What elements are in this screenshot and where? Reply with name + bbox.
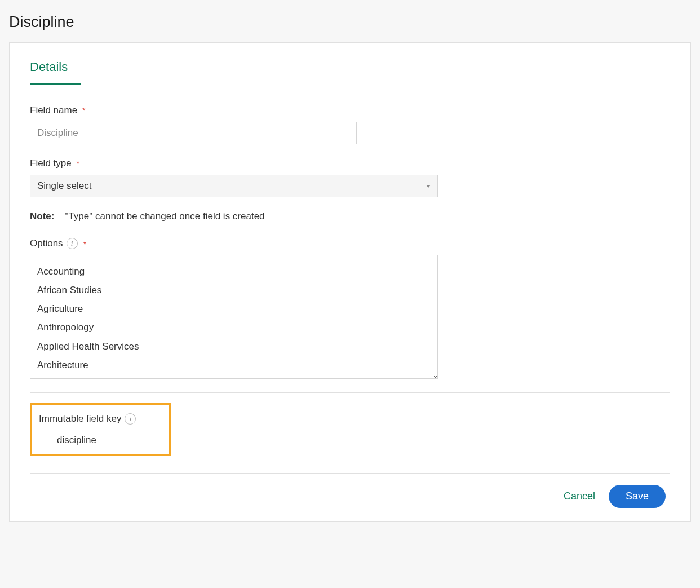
field-type-label: Field type * xyxy=(30,158,670,169)
tab-details[interactable]: Details xyxy=(30,60,81,85)
field-name-group: Field name * xyxy=(30,105,670,144)
footer-actions: Cancel Save xyxy=(30,485,670,508)
field-type-group: Field type * Single select xyxy=(30,158,670,197)
field-name-label-text: Field name xyxy=(30,105,77,116)
field-type-select[interactable]: Single select xyxy=(30,175,438,197)
note-text: "Type" cannot be changed once field is c… xyxy=(65,211,264,222)
field-type-label-text: Field type xyxy=(30,158,72,169)
save-button[interactable]: Save xyxy=(609,485,666,508)
tab-header: Details xyxy=(30,60,670,85)
field-name-label: Field name * xyxy=(30,105,670,116)
details-panel: Details Field name * Field type * Single… xyxy=(9,42,691,522)
immutable-label: Immutable field key xyxy=(39,413,121,425)
field-name-input[interactable] xyxy=(30,122,357,144)
options-label: Options xyxy=(30,238,63,249)
immutable-value: discipline xyxy=(39,435,162,446)
chevron-down-icon xyxy=(426,185,431,188)
options-textarea[interactable] xyxy=(30,255,438,379)
type-note: Note: "Type" cannot be changed once fiel… xyxy=(30,211,670,222)
divider xyxy=(30,392,670,393)
info-icon[interactable]: i xyxy=(67,238,78,249)
options-group: Options i * xyxy=(30,238,670,379)
page-title: Discipline xyxy=(9,14,691,31)
footer-divider xyxy=(30,473,670,474)
required-indicator: * xyxy=(76,158,79,168)
cancel-button[interactable]: Cancel xyxy=(564,490,595,502)
required-indicator: * xyxy=(82,105,86,115)
note-bold: Note: xyxy=(30,211,54,222)
required-indicator: * xyxy=(83,239,87,249)
info-icon[interactable]: i xyxy=(125,413,136,425)
immutable-field-key-box: Immutable field key i discipline xyxy=(30,403,171,456)
field-type-value: Single select xyxy=(37,180,91,192)
